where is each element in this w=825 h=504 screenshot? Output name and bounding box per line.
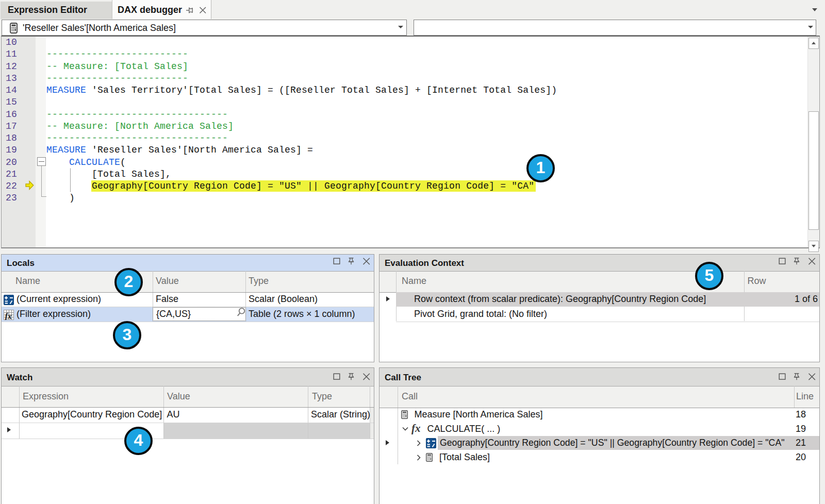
- svg-text:fx: fx: [5, 312, 12, 320]
